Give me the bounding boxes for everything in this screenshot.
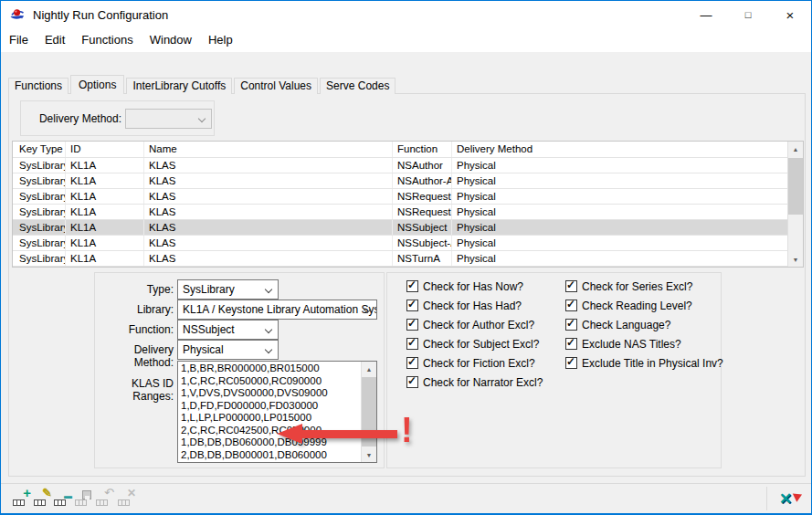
checkbox-box[interactable]: ✓ — [406, 280, 418, 292]
window-title: Nightly Run Configuration — [33, 8, 168, 22]
check-icon: ✓ — [566, 336, 575, 349]
checkbox-box[interactable]: ✓ — [565, 319, 577, 331]
type-combo[interactable]: SysLibrary — [177, 279, 279, 300]
tab-interlibrary-cutoffs[interactable]: InterLibrary Cutoffs — [126, 78, 232, 94]
check-icon: ✓ — [566, 298, 575, 310]
checkbox-has-now[interactable]: ✓ Check for Has Now? — [406, 279, 523, 293]
menu-bar: File Edit Functions Window Help — [1, 28, 811, 52]
scroll-down-icon[interactable]: ▼ — [362, 447, 376, 462]
menu-file[interactable]: File — [1, 30, 37, 50]
klas-id-ranges-textarea[interactable]: 1,B,BR,BR000000,BR015000 1,C,RC,RC050000… — [177, 361, 377, 463]
delivery-method-filter-combo[interactable] — [125, 109, 212, 129]
checkbox-subject-excl[interactable]: ✓ Check for Subject Excl? — [406, 337, 539, 351]
klas-id-ranges-lines: 1,B,BR,BR000000,BR015000 1,C,RC,RC050000… — [181, 363, 360, 461]
checkbox-box[interactable]: ✓ — [406, 376, 418, 388]
undo-icon: ↶ — [104, 487, 114, 499]
delivery-method-groupbox: Delivery Method: — [20, 100, 215, 136]
scroll-up-icon[interactable]: ▲ — [362, 362, 376, 376]
exit-x-icon: ✕ — [779, 489, 792, 509]
table-row[interactable]: SysLibraryKL1AKLASNSSubject-AllPhysical — [13, 236, 787, 251]
function-combo[interactable]: NSSubject — [177, 320, 279, 340]
bottom-toolbar: + ✎ ▬ ↶ ✕ ✕ — [1, 483, 811, 513]
col-id: ID — [66, 142, 144, 157]
table-row[interactable]: SysLibraryKL1AKLASNSAuthorPhysical — [13, 158, 787, 173]
scroll-down-icon[interactable]: ▼ — [788, 252, 803, 267]
checkbox-box[interactable]: ✓ — [565, 357, 577, 369]
nightly-run-grid: Key Type ID Name Function Delivery Metho… — [12, 141, 804, 268]
grid-header-row: Key Type ID Name Function Delivery Metho… — [13, 142, 787, 158]
scroll-up-icon[interactable]: ▲ — [788, 142, 803, 156]
check-icon: ✓ — [566, 279, 575, 291]
chevron-down-icon — [265, 286, 272, 293]
checkbox-box[interactable]: ✓ — [406, 357, 418, 369]
tab-options[interactable]: Options — [70, 75, 124, 94]
exit-button[interactable]: ✕ — [779, 489, 799, 508]
save-disk-icon — [82, 490, 91, 499]
check-icon: ✓ — [566, 317, 575, 330]
ranges-scrollbar[interactable]: ▲ ▼ — [361, 362, 376, 462]
annotation-exclamation: ! — [401, 411, 413, 450]
undo-button[interactable]: ↶ — [96, 490, 114, 507]
library-combo[interactable]: KL1A / Keystone Library Automation Syste — [177, 300, 377, 320]
tab-serve-codes[interactable]: Serve Codes — [320, 78, 395, 94]
close-button[interactable]: × — [769, 1, 811, 28]
checkbox-reading-level[interactable]: ✓ Check Reading Level? — [565, 299, 692, 312]
checkbox-language[interactable]: ✓ Check Language? — [565, 318, 670, 331]
chevron-down-icon — [198, 115, 206, 122]
delivery-method-combo[interactable]: Physical — [177, 340, 279, 360]
chevron-down-icon — [265, 346, 272, 353]
add-record-button[interactable]: + — [13, 490, 31, 507]
maximize-button[interactable]: □ — [727, 1, 769, 28]
check-icon: ✓ — [407, 279, 417, 291]
checkbox-exclude-physical-inv[interactable]: ✓ Exclude Title in Physical Inv? — [565, 356, 723, 370]
chevron-down-icon — [265, 326, 272, 333]
grid-scrollbar[interactable]: ▲ ▼ — [787, 142, 803, 267]
checkbox-has-had[interactable]: ✓ Check for Has Had? — [406, 299, 522, 312]
table-row[interactable]: SysLibraryKL1AKLASNSAuthor-AllPhysical — [13, 173, 787, 189]
tab-control-values[interactable]: Control Values — [234, 78, 318, 94]
checkbox-fiction-excl[interactable]: ✓ Check for Fiction Excl? — [406, 356, 535, 370]
col-delivery-method: Delivery Method — [452, 142, 787, 157]
menu-functions[interactable]: Functions — [73, 30, 141, 50]
checkbox-series-excl[interactable]: ✓ Check for Series Excl? — [565, 279, 692, 293]
minimize-button[interactable]: — — [685, 1, 727, 28]
table-row[interactable]: SysLibraryKL1AKLASNSRequestPhysical — [13, 189, 787, 205]
table-row[interactable]: SysLibraryKL1AKLASNSRequest-AllPhysical — [13, 205, 787, 220]
cancel-x-icon: ✕ — [127, 487, 136, 499]
range-line: 1,C,RC,RC050000,RC090000 — [181, 375, 360, 388]
table-row-selected[interactable]: SysLibraryKL1AKLASNSSubjectPhysical — [13, 220, 787, 236]
checkbox-exclude-nas[interactable]: ✓ Exclude NAS Titles? — [565, 337, 681, 351]
copy-record-button[interactable]: ▬ — [54, 490, 72, 507]
menu-help[interactable]: Help — [200, 30, 241, 50]
grid-scrollbar-thumb[interactable] — [788, 158, 803, 215]
checkbox-box[interactable]: ✓ — [406, 319, 418, 331]
add-icon: + — [23, 487, 31, 499]
range-line: 1,D,FD,FD000000,FD030000 — [181, 400, 360, 413]
annotation-arrow-icon — [277, 424, 397, 444]
menu-window[interactable]: Window — [142, 30, 200, 50]
range-line: 1,V,DVS,DVS00000,DVS09000 — [181, 387, 360, 400]
library-label: Library: — [97, 303, 174, 316]
function-label: Function: — [97, 323, 174, 336]
checkbox-box[interactable]: ✓ — [565, 338, 577, 350]
check-icon: ✓ — [407, 298, 417, 310]
checkbox-box[interactable]: ✓ — [406, 300, 418, 311]
checkbox-author-excl[interactable]: ✓ Check for Author Excl? — [406, 318, 534, 331]
checkbox-narrator-excl[interactable]: ✓ Check for Narrator Excl? — [406, 375, 543, 389]
check-icon: ✓ — [407, 317, 417, 330]
col-key-type: Key Type — [13, 142, 66, 157]
checkbox-box[interactable]: ✓ — [565, 280, 577, 292]
tab-functions[interactable]: Functions — [8, 78, 69, 94]
nightly-run-configuration-window: Nightly Run Configuration — □ × File Edi… — [0, 0, 812, 515]
range-line: 1,L,LP,LP000000,LP015000 — [181, 412, 360, 425]
checkbox-box[interactable]: ✓ — [565, 300, 577, 311]
checkbox-box[interactable]: ✓ — [406, 338, 418, 350]
save-record-button[interactable] — [75, 490, 93, 507]
edit-pencil-icon: ✎ — [42, 487, 52, 499]
edit-record-button[interactable]: ✎ — [34, 490, 52, 507]
cancel-button[interactable]: ✕ — [118, 490, 136, 507]
title-bar: Nightly Run Configuration — □ × — [1, 1, 811, 28]
table-row[interactable]: SysLibraryKL1AKLASNSTurnAPhysical — [13, 251, 787, 267]
delivery-method-filter-label: Delivery Method: — [26, 112, 121, 125]
menu-edit[interactable]: Edit — [37, 30, 73, 50]
